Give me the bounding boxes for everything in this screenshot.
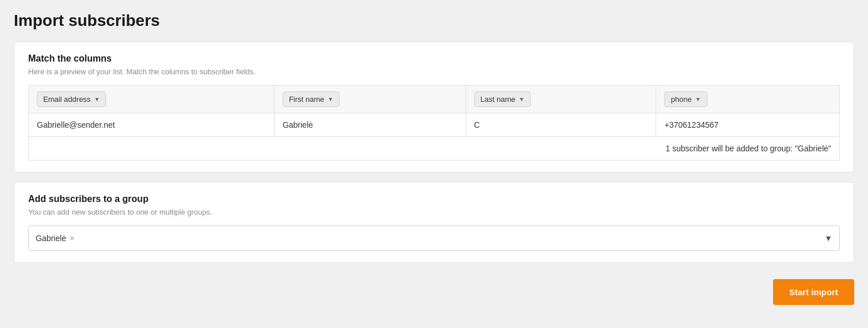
subscriber-count-row: 1 subscriber will be added to group: "Ga… xyxy=(29,137,840,161)
email-column-label: Email address xyxy=(43,95,90,104)
bottom-bar: Start import xyxy=(14,272,854,307)
group-tag-label: Gabrielė xyxy=(36,234,66,243)
cell-email: Gabrielle@sender.net xyxy=(29,113,275,137)
lastname-column-label: Last name xyxy=(481,95,516,104)
col-header-email: Email address ▼ xyxy=(29,86,275,113)
phone-column-chevron: ▼ xyxy=(695,96,701,102)
add-group-subtitle: You can add new subscribers to one or mu… xyxy=(28,208,840,216)
firstname-column-label: First name xyxy=(289,95,324,104)
email-column-chevron: ▼ xyxy=(94,96,100,102)
group-tag-remove[interactable]: × xyxy=(70,234,74,242)
group-tag: Gabrielė × xyxy=(36,234,74,243)
page-title: Import subscribers xyxy=(14,12,854,30)
add-group-card: Add subscribers to a group You can add n… xyxy=(14,182,854,263)
group-input-wrapper[interactable]: Gabrielė × ▼ xyxy=(28,226,840,251)
group-dropdown-arrow[interactable]: ▼ xyxy=(824,234,832,243)
email-column-select[interactable]: Email address ▼ xyxy=(37,91,106,107)
match-columns-card: Match the columns Here is a preview of y… xyxy=(14,41,854,173)
col-header-lastname: Last name ▼ xyxy=(466,86,656,113)
phone-column-select[interactable]: phone ▼ xyxy=(664,91,707,107)
add-group-title: Add subscribers to a group xyxy=(28,194,840,204)
lastname-column-chevron: ▼ xyxy=(519,96,524,102)
match-table: Email address ▼ First name ▼ Last name ▼ xyxy=(28,85,840,161)
col-header-firstname: First name ▼ xyxy=(274,86,466,113)
start-import-button[interactable]: Start import xyxy=(773,279,854,305)
firstname-column-chevron: ▼ xyxy=(328,96,333,102)
lastname-column-select[interactable]: Last name ▼ xyxy=(474,91,531,107)
table-row: Gabrielle@sender.net Gabrielė C +3706123… xyxy=(29,113,840,137)
table-header-row: Email address ▼ First name ▼ Last name ▼ xyxy=(29,86,840,113)
match-columns-title: Match the columns xyxy=(28,54,840,64)
cell-firstname: Gabrielė xyxy=(274,113,466,137)
col-header-phone: phone ▼ xyxy=(656,86,840,113)
cell-lastname: C xyxy=(466,113,656,137)
phone-column-label: phone xyxy=(671,95,691,104)
match-columns-subtitle: Here is a preview of your list. Match th… xyxy=(28,67,840,76)
firstname-column-select[interactable]: First name ▼ xyxy=(283,91,340,107)
subscriber-count-text: 1 subscriber will be added to group: "Ga… xyxy=(665,144,831,153)
cell-phone: +37061234567 xyxy=(656,113,840,137)
